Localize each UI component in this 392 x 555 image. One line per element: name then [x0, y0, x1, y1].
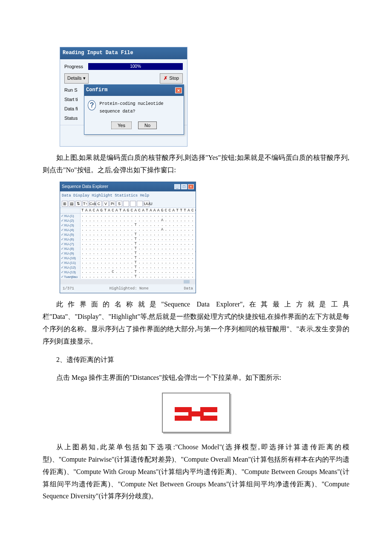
- toolbar-button[interactable]: [137, 201, 143, 207]
- sde-menu[interactable]: Data Display Highlight Statistics Help: [60, 191, 196, 200]
- sequence-data: ..............T.........................…: [81, 242, 196, 246]
- field-label: Data fi: [64, 105, 84, 113]
- stop-label: Stop: [169, 74, 179, 83]
- sequence-name: ✓XU-(4): [60, 228, 81, 232]
- footer-position: 1/371: [63, 285, 74, 292]
- sequence-name: ✓XU-(10): [60, 256, 81, 260]
- sequence-name: ✓XU-(6): [60, 237, 81, 241]
- field-label: Start ti: [64, 95, 84, 104]
- sequence-name: ✓XU-(1): [60, 214, 81, 218]
- field-label: Status: [64, 114, 84, 123]
- toolbar-button[interactable]: ▤: [69, 201, 75, 207]
- sequence-data: ..............T.........................…: [81, 223, 196, 227]
- sequence-row[interactable]: ✓XU-(11)..............T.................…: [60, 260, 196, 265]
- sequence-row[interactable]: ✓XU-(3)..............T..................…: [60, 223, 196, 228]
- sequence-row[interactable]: ✓XU-(6)..............T..................…: [60, 237, 196, 242]
- sequence-row[interactable]: ✓XU-(1).................................…: [60, 214, 196, 218]
- sequence-name: ✓XU-(8): [60, 246, 81, 251]
- sequence-data: ..............T...............T.........…: [81, 251, 196, 255]
- body-paragraph: 如上图,如果就是编码蛋白质的核苷酸序列,则选择"Yes"按钮;如果就是不编码蛋白…: [43, 152, 349, 176]
- sequence-row[interactable]: ✓XU-(5)..............T..................…: [60, 232, 196, 237]
- toolbar-button[interactable]: S: [116, 201, 122, 207]
- close-icon[interactable]: ×: [188, 184, 194, 189]
- sequence-data: ..............T.........................…: [81, 256, 196, 260]
- sequence-data: ..............T.........................…: [81, 232, 196, 237]
- sequence-row[interactable]: ✓Tuanjliao..............T...............…: [60, 275, 196, 279]
- body-paragraph: 此作界面的名称就是"Sequence Data Explorer",在其最上方就…: [43, 298, 349, 347]
- minimize-icon[interactable]: _: [174, 184, 180, 189]
- field-label: Run S: [64, 86, 84, 95]
- toolbar-button[interactable]: UUU: [144, 201, 150, 207]
- sequence-row[interactable]: ✓XU-(13)........C.....T.................…: [60, 270, 196, 275]
- sequence-name: ✓XU-(7): [60, 242, 81, 246]
- sequence-row[interactable]: ✓XU-(8)..............T..................…: [60, 246, 196, 251]
- sequence-data: .....................A..................…: [81, 218, 196, 223]
- sequence-name: ✓XU-(13): [60, 270, 81, 274]
- toolbar-button[interactable]: T↑: [82, 201, 88, 207]
- grid-corner: [60, 208, 81, 213]
- sequence-row[interactable]: ✓XU-(12)..............T.................…: [60, 265, 196, 270]
- details-button[interactable]: Details ▾: [64, 73, 89, 84]
- toolbar-button[interactable]: Color: [89, 201, 95, 207]
- confirm-message: Protein-coding nucleotide sequence data?: [99, 100, 180, 116]
- toolbar-button[interactable]: [123, 201, 129, 207]
- toolbar-button[interactable]: ⊞: [62, 201, 68, 207]
- maximize-icon[interactable]: □: [181, 184, 187, 189]
- yes-button[interactable]: Yes: [111, 121, 132, 129]
- sequence-data: ..............T.........................…: [81, 265, 196, 269]
- sequence-data: ..............T................T........…: [81, 275, 196, 279]
- footer-data: Data: [184, 285, 193, 292]
- sequence-name: ✓XU-(5): [60, 232, 81, 237]
- sequence-name: ✓XU-(2): [60, 218, 81, 223]
- sde-toolbar: ⊞▤⇅T↑ColorCVPiS UUU: [60, 200, 196, 208]
- progress-bar: 100%: [88, 63, 183, 70]
- sequence-row[interactable]: ✓XU-(2).....................A...........…: [60, 218, 196, 223]
- reading-input-dialog: Reading Input Data File Progress 100% De…: [60, 47, 187, 147]
- sequence-data: .....................A..................…: [81, 228, 196, 232]
- sequence-data: ..............T.........................…: [81, 237, 196, 241]
- sequence-name: ✓XU-(9): [60, 251, 81, 255]
- sequence-row[interactable]: ✓XU-(9)..............T...............T..…: [60, 251, 196, 256]
- sde-title: Sequence Data Explorer: [62, 183, 108, 191]
- stop-x-icon: ✗: [164, 74, 167, 83]
- sequence-name: ✓Tuanjliao: [60, 275, 81, 279]
- confirm-title: Confirm: [86, 86, 107, 95]
- sequence-name: ✓XU-(12): [60, 265, 81, 269]
- no-button[interactable]: No: [138, 121, 157, 129]
- sequence-row[interactable]: ✓XU-(7)..............T..................…: [60, 242, 196, 246]
- sequence-row[interactable]: ✓XU-(10)..............T.................…: [60, 256, 196, 260]
- sequence-name: ✓XU-(3): [60, 223, 81, 227]
- sequence-data: ..............T.........................…: [81, 246, 196, 251]
- confirm-dialog: Confirm × ? Protein-coding nucleotide se…: [84, 84, 184, 134]
- toolbar-button[interactable]: [130, 201, 136, 207]
- sequence-data: ........C.....T.........................…: [81, 270, 196, 274]
- progress-label: Progress: [64, 63, 86, 71]
- horizontal-scrollbar[interactable]: [60, 279, 196, 284]
- footer-highlighted: Highlighted: None: [110, 285, 149, 292]
- toolbar-button[interactable]: Pi: [110, 201, 115, 207]
- sequence-name: ✓XU-(11): [60, 260, 81, 265]
- sequence-row[interactable]: ✓XU-(4).....................A...........…: [60, 228, 196, 232]
- body-paragraph: 从上图易知,此菜单包括如下选项:"Choose Model"(选择模型,即选择计…: [43, 441, 349, 503]
- body-paragraph: 点击 Mega 操作主界面的"Distances"按钮,会弹出一个下拉菜单。如下…: [43, 372, 349, 384]
- sequence-data: ..............T.........................…: [81, 260, 196, 265]
- reference-sequence: TAACAGTACATAGCACATAAAGCCATTTACCGTACATAC: [81, 208, 196, 213]
- distances-menu-figure: [162, 393, 230, 433]
- toolbar-button[interactable]: ⇅: [75, 201, 81, 207]
- question-icon: ?: [88, 100, 96, 110]
- sequence-data-explorer: Sequence Data Explorer _ □ × Data Displa…: [60, 182, 196, 293]
- toolbar-button[interactable]: V: [103, 201, 109, 207]
- sequence-data: ........................................…: [81, 214, 196, 218]
- close-icon[interactable]: ×: [175, 87, 182, 93]
- stop-button[interactable]: ✗ Stop: [160, 73, 183, 84]
- toolbar-button[interactable]: C: [96, 201, 102, 207]
- section-heading: 2、遗传距离的计算: [43, 354, 349, 366]
- reading-dialog-title: Reading Input Data File: [60, 47, 187, 59]
